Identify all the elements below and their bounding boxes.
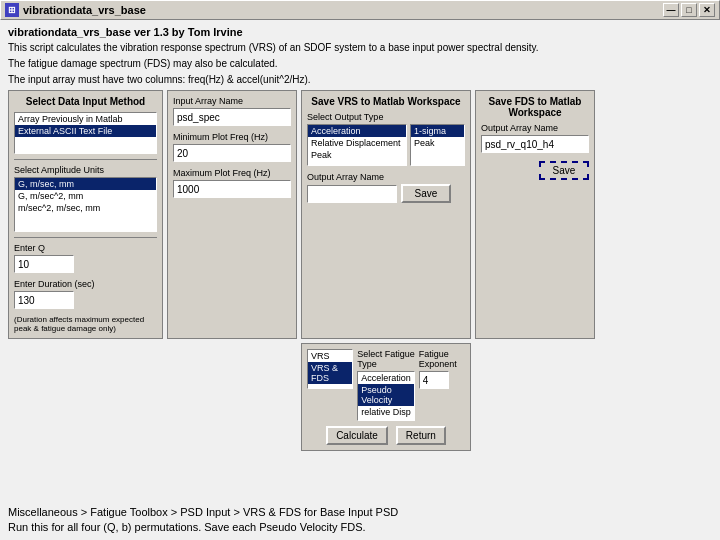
enter-duration-label: Enter Duration (sec): [14, 279, 157, 289]
maximize-button[interactable]: □: [681, 3, 697, 17]
duration-note: (Duration affects maximum expected peak …: [14, 315, 157, 333]
fatigue-method-col: VRS VRS & FDS: [307, 349, 353, 389]
return-button[interactable]: Return: [396, 426, 446, 445]
output-type-relative-disp[interactable]: Relative Displacement: [308, 137, 406, 149]
minimize-button[interactable]: —: [663, 3, 679, 17]
output-array-group: Output Array Name Save: [307, 172, 465, 203]
title-bar-left: ⊞ vibrationdata_vrs_base: [5, 3, 146, 17]
close-button[interactable]: ✕: [699, 3, 715, 17]
fatigue-exponent-col: Fatigue Exponent: [419, 349, 465, 389]
output-array-input[interactable]: [307, 185, 397, 203]
instruction: Run this for all four (Q, b) permutation…: [8, 521, 712, 533]
spacer-mid: [167, 343, 297, 451]
save-vrs-button[interactable]: Save: [401, 184, 451, 203]
sigma-peak[interactable]: Peak: [411, 137, 464, 149]
window-title: vibrationdata_vrs_base: [23, 4, 146, 16]
description-3: The input array must have two columns: f…: [8, 73, 712, 86]
amplitude-item-g-msec-mm[interactable]: G, m/sec, mm: [15, 178, 156, 190]
fatigue-method-listbox[interactable]: VRS VRS & FDS: [307, 349, 353, 389]
panel-input-method-title: Select Data Input Method: [14, 96, 157, 107]
window-icon: ⊞: [5, 3, 19, 17]
main-panel: Select Data Input Method Array Previousl…: [8, 90, 712, 339]
panel-save-vrs: Save VRS to Matlab Workspace Select Outp…: [301, 90, 471, 339]
min-freq-input[interactable]: [173, 144, 291, 162]
fatigue-exp-input[interactable]: [419, 371, 449, 389]
input-array-name-label: Input Array Name: [173, 96, 291, 106]
amplitude-units-label: Select Amplitude Units: [14, 165, 157, 175]
min-freq-label: Minimum Plot Freq (Hz): [173, 132, 291, 142]
fatigue-type-label: Select Fatigue Type: [357, 349, 415, 369]
amplitude-item-msec2-msec-mm[interactable]: m/sec^2, m/sec, mm: [15, 202, 156, 214]
fatigue-type-rel-disp[interactable]: relative Disp: [358, 406, 414, 418]
spacer-left: [8, 343, 163, 451]
sigma-1sigma[interactable]: 1-sigma: [411, 125, 464, 137]
breadcrumb: Miscellaneous > Fatigue Toolbox > PSD In…: [8, 506, 712, 518]
panel-calculate: VRS VRS & FDS Select Fatigue Type Accele…: [301, 343, 471, 451]
save-fds-button[interactable]: Save: [539, 161, 589, 180]
bottom-text-area: Miscellaneous > Fatigue Toolbox > PSD In…: [0, 498, 720, 540]
input-array-name-group: Input Array Name: [173, 96, 291, 126]
fatigue-type-accel[interactable]: Acceleration: [358, 372, 414, 384]
max-freq-label: Maximum Plot Freq (Hz): [173, 168, 291, 178]
max-freq-input[interactable]: [173, 180, 291, 198]
fds-array-name-input[interactable]: [481, 135, 589, 153]
input-array-name-input[interactable]: [173, 108, 291, 126]
min-freq-group: Minimum Plot Freq (Hz): [173, 132, 291, 162]
enter-duration-group: Enter Duration (sec): [14, 279, 157, 309]
output-type-acceleration[interactable]: Acceleration: [308, 125, 406, 137]
amplitude-units-listbox[interactable]: G, m/sec, mm G, m/sec^2, mm m/sec^2, m/s…: [14, 177, 157, 232]
calculate-button[interactable]: Calculate: [326, 426, 388, 445]
fatigue-type-listbox[interactable]: Acceleration Pseudo Velocity relative Di…: [357, 371, 415, 421]
content-area: vibrationdata_vrs_base ver 1.3 by Tom Ir…: [0, 20, 720, 498]
output-type-group: Select Output Type Acceleration Relative…: [307, 112, 465, 166]
output-type-peak[interactable]: Peak: [308, 149, 406, 161]
enter-duration-input[interactable]: [14, 291, 74, 309]
input-method-item-ascii[interactable]: External ASCII Text File: [15, 125, 156, 137]
bottom-panel-row: VRS VRS & FDS Select Fatigue Type Accele…: [8, 343, 712, 451]
sigma-listbox[interactable]: 1-sigma Peak: [410, 124, 465, 166]
fds-array-name-group: Output Array Name: [481, 123, 589, 153]
fds-array-name-label: Output Array Name: [481, 123, 589, 133]
enter-q-input[interactable]: [14, 255, 74, 273]
fatigue-type-pseudo-vel[interactable]: Pseudo Velocity: [358, 384, 414, 406]
fatigue-exp-label: Fatigue Exponent: [419, 349, 465, 369]
method-vrs[interactable]: VRS: [308, 350, 352, 362]
save-fds-title: Save FDS to Matlab Workspace: [481, 96, 589, 118]
output-type-label: Select Output Type: [307, 112, 465, 122]
description-2: The fatigue damage spectrum (FDS) may al…: [8, 57, 712, 70]
fatigue-type-col: Select Fatigue Type Acceleration Pseudo …: [357, 349, 415, 421]
output-type-listbox[interactable]: Acceleration Relative Displacement Peak: [307, 124, 407, 166]
enter-q-label: Enter Q: [14, 243, 157, 253]
script-title: vibrationdata_vrs_base ver 1.3 by Tom Ir…: [8, 26, 712, 38]
max-freq-group: Maximum Plot Freq (Hz): [173, 168, 291, 198]
input-method-item-array[interactable]: Array Previously in Matlab: [15, 113, 156, 125]
output-array-label: Output Array Name: [307, 172, 465, 182]
enter-q-group: Enter Q: [14, 243, 157, 273]
amplitude-item-g-msec2-mm[interactable]: G, m/sec^2, mm: [15, 190, 156, 202]
panel-save-fds: Save FDS to Matlab Workspace Output Arra…: [475, 90, 595, 339]
title-bar-buttons: — □ ✕: [663, 3, 715, 17]
title-bar: ⊞ vibrationdata_vrs_base — □ ✕: [0, 0, 720, 20]
panel-input-method: Select Data Input Method Array Previousl…: [8, 90, 163, 339]
panel-input-array: Input Array Name Minimum Plot Freq (Hz) …: [167, 90, 297, 339]
method-vrs-fds[interactable]: VRS & FDS: [308, 362, 352, 384]
save-vrs-title: Save VRS to Matlab Workspace: [307, 96, 465, 107]
input-method-listbox[interactable]: Array Previously in Matlab External ASCI…: [14, 112, 157, 154]
main-window: ⊞ vibrationdata_vrs_base — □ ✕ vibration…: [0, 0, 720, 540]
description-1: This script calculates the vibration res…: [8, 41, 712, 54]
